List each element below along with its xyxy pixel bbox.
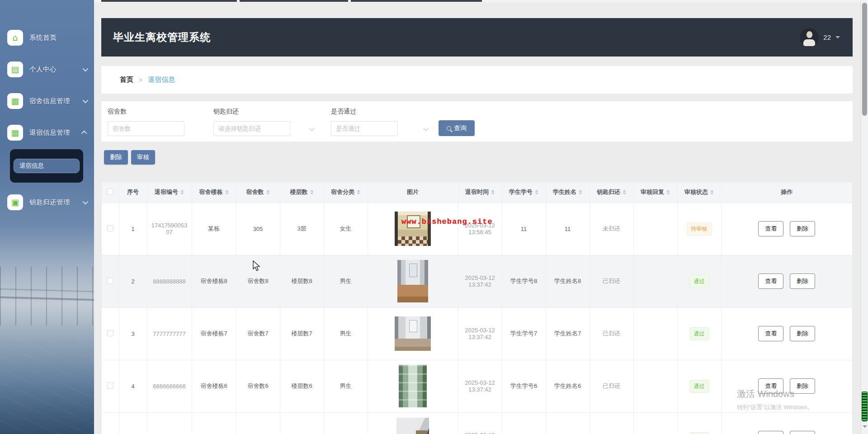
sort-caret-icon[interactable]	[535, 188, 538, 196]
table-header-cell[interactable]: 退宿编号	[147, 182, 192, 203]
cell-category: 男生	[324, 307, 368, 360]
cell-checkout-id: 1741759005307	[147, 203, 192, 255]
table-header-cell[interactable]: 宿舍数	[236, 182, 280, 203]
user-dropdown-caret-icon[interactable]	[835, 36, 840, 41]
sort-caret-icon[interactable]	[225, 188, 229, 196]
table-row: 5 5555555555 宿舍楼栋5 宿舍数5 楼层数5 男生 2025-03-…	[102, 412, 852, 434]
search-icon	[447, 126, 451, 131]
table-row: 1 1741759005307 某栋 305 3层 女生 2025-03-12 …	[102, 203, 852, 255]
scrollbar-down-arrow-icon[interactable]	[863, 425, 867, 430]
view-button[interactable]: 查看	[758, 274, 783, 289]
sort-caret-icon[interactable]	[180, 188, 184, 196]
table-header-cell[interactable]: 学生学号	[502, 182, 546, 203]
filter-key-caret-icon[interactable]	[309, 126, 314, 131]
review-button[interactable]: 审核	[131, 150, 155, 165]
monitor-icon	[11, 198, 19, 207]
cell-student-name: 学生姓名8	[546, 255, 590, 307]
screen: 系统首页 个人中心 宿舍信息管理 退宿信息管理 退宿信息 钥匙归还管理 毕业生离…	[0, 0, 868, 434]
row-checkbox[interactable]	[107, 225, 113, 231]
user-avatar[interactable]	[800, 28, 819, 47]
table-header-row: 序号 退宿编号 宿舍楼栋 宿舍数 楼层数 宿舍分类 图片	[102, 182, 852, 203]
view-button[interactable]: 查看	[758, 326, 783, 341]
cell-review-reply	[633, 307, 677, 360]
cell-room: 宿舍数5	[236, 412, 280, 434]
sort-caret-icon[interactable]	[710, 188, 714, 196]
table-header-cell[interactable]: 审核状态	[677, 182, 721, 203]
row-checkbox[interactable]	[107, 330, 113, 336]
cell-floor: 3层	[280, 203, 324, 255]
table-header-cell[interactable]: 图片	[368, 182, 458, 203]
select-all-checkbox[interactable]	[107, 189, 113, 195]
page-scrollbar[interactable]	[861, 0, 868, 434]
table-header-cell[interactable]: 宿舍分类	[324, 182, 368, 203]
scrollbar-thumb[interactable]	[862, 3, 867, 116]
sidebar-item-profile[interactable]: 个人中心	[0, 53, 94, 85]
cell-checkout-time: 2025-03-12 13:37:42	[458, 360, 502, 412]
dorm-photo[interactable]	[399, 365, 427, 407]
cell-index: 4	[119, 360, 147, 412]
app-title: 毕业生离校管理系统	[113, 30, 211, 44]
sidebar-subitem-checkout-info[interactable]: 退宿信息	[14, 159, 80, 173]
cell-photo	[368, 307, 458, 360]
sidebar-bg-railing	[0, 267, 94, 326]
breadcrumb-current[interactable]: 退宿信息	[148, 75, 175, 84]
row-delete-button[interactable]: 删除	[790, 221, 815, 236]
dorm-photo[interactable]	[397, 260, 428, 302]
row-delete-button[interactable]: 删除	[790, 326, 815, 341]
row-checkbox[interactable]	[107, 278, 113, 284]
delete-button[interactable]: 删除	[104, 150, 128, 165]
sort-caret-icon[interactable]	[357, 188, 360, 196]
sidebar-item-dorm-info-mgmt[interactable]: 宿舍信息管理	[0, 85, 94, 117]
sidebar-item-key-return-mgmt[interactable]: 钥匙归还管理	[0, 186, 94, 218]
cell-building: 宿舍楼栋6	[192, 360, 236, 412]
sort-caret-icon[interactable]	[579, 188, 582, 196]
sidebar-menu: 系统首页 个人中心 宿舍信息管理 退宿信息管理 退宿信息 钥匙归还管理	[0, 22, 94, 218]
table-header-cell[interactable]: 宿舍楼栋	[192, 182, 236, 203]
sort-caret-icon[interactable]	[266, 188, 270, 196]
row-delete-button[interactable]: 删除	[790, 274, 815, 289]
table-header-cell[interactable]: 退宿时间	[458, 182, 502, 203]
filter-panel: 宿舍数 钥匙归还 是否通过 查询	[101, 101, 853, 142]
filter-passed-caret-icon[interactable]	[423, 126, 428, 131]
cell-student-id: 学生学号8	[502, 255, 546, 307]
cell-student-id: 学生学号7	[502, 307, 546, 360]
breadcrumb-home[interactable]: 首页	[120, 75, 133, 84]
sort-caret-icon[interactable]	[310, 188, 314, 196]
cell-floor: 楼层数8	[280, 255, 324, 307]
username: 22	[823, 33, 831, 41]
view-button[interactable]: 查看	[758, 221, 783, 236]
cell-review-status: 通过	[677, 360, 721, 412]
sort-caret-icon[interactable]	[623, 188, 626, 196]
cell-actions: 查看 删除	[721, 203, 852, 255]
dorm-photo[interactable]	[396, 418, 429, 434]
search-button[interactable]: 查询	[439, 120, 475, 136]
row-delete-button[interactable]: 删除	[790, 431, 815, 434]
table-header-cell[interactable]: 学生姓名	[546, 182, 590, 203]
filter-dorm-input[interactable]	[108, 121, 184, 136]
cell-room: 305	[236, 203, 280, 255]
sidebar-item-home[interactable]: 系统首页	[0, 22, 94, 53]
filter-key-select[interactable]	[213, 121, 290, 136]
cell-student-name: 11	[546, 203, 590, 255]
cell-building: 宿舍楼栋8	[192, 255, 236, 307]
cell-photo	[368, 203, 458, 255]
activate-windows-title: 激活 Windows	[737, 388, 813, 400]
dorm-photo[interactable]	[395, 212, 431, 246]
sidebar-item-checkout-mgmt[interactable]: 退宿信息管理	[0, 117, 94, 148]
dorm-photo[interactable]	[395, 316, 431, 351]
table-row: 2 8888888888 宿舍楼栋8 宿舍数8 楼层数8 男生 2025-03-…	[102, 255, 852, 307]
filter-passed-select[interactable]	[331, 121, 398, 136]
sort-caret-icon[interactable]	[491, 188, 495, 196]
sort-caret-icon[interactable]	[666, 188, 670, 196]
table-header-cell[interactable]: 操作	[721, 182, 852, 203]
activate-windows-subtitle: 转到“设置”以激活 Windows。	[737, 403, 813, 411]
view-button[interactable]: 查看	[758, 431, 783, 434]
cell-student-name: 学生姓名7	[546, 307, 590, 360]
site-watermark: www.bishebang.site	[401, 217, 493, 226]
row-checkbox[interactable]	[107, 382, 113, 389]
table-header-cell[interactable]: 楼层数	[280, 182, 324, 203]
user-menu[interactable]: 22	[800, 18, 840, 57]
table-header-cell[interactable]: 序号	[119, 182, 147, 203]
table-header-cell[interactable]: 审核回复	[633, 182, 677, 203]
table-header-cell[interactable]: 钥匙归还	[590, 182, 633, 203]
